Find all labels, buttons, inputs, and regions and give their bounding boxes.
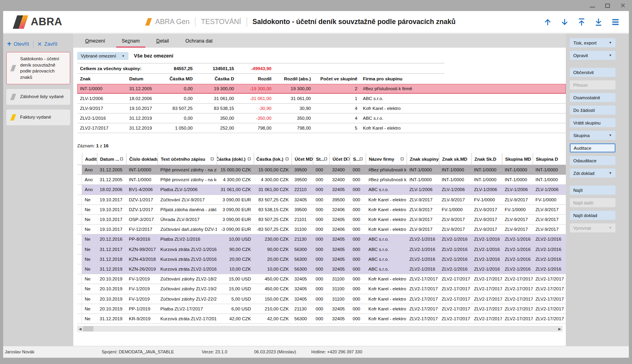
maximize-icon[interactable]: [605, 4, 610, 8]
filter-checkbox-icon[interactable]: [211, 158, 214, 160]
journal-row[interactable]: Ne20.10.2019PP-1/2019Platba ZLV2-17/2017…: [77, 304, 566, 314]
close-tab-button[interactable]: ✕ Zavřít: [37, 41, 58, 47]
column-header-9[interactable]: S...: [350, 153, 366, 165]
nav-card-0[interactable]: Saldokonto - účetní deník souvztažně pod…: [6, 52, 70, 84]
filter-checkbox-icon[interactable]: [347, 158, 349, 160]
cell: INT-1/0000: [471, 175, 502, 184]
group-row[interactable]: ZLV-9/201719.10.201783 507,2583 538,15-3…: [77, 104, 566, 113]
status-item-1: Spojení: DEMODATA_JAVA_STABLE: [102, 349, 174, 354]
column-header-7[interactable]: Firma pro skupinu: [360, 74, 444, 84]
group-row[interactable]: ZLV-1/200618.02.20060,0031 061,00-31 061…: [77, 94, 566, 104]
minimize-icon[interactable]: [590, 4, 595, 7]
skupina-button[interactable]: Skupina▼: [570, 131, 615, 140]
filter-checkbox-icon[interactable]: [286, 158, 288, 160]
journal-row[interactable]: Ne20.10.2019FV-1/2019Zúčtování zálohy ZL…: [77, 274, 566, 284]
arrow-to-top-icon[interactable]: [577, 17, 586, 27]
filter-checkbox-icon[interactable]: [360, 158, 362, 160]
journal-row[interactable]: Ne31.12.2018KZN-43/2018Kurzová ztráta ZL…: [77, 254, 566, 264]
zdr-doklad-button[interactable]: Zdr.doklad▼: [570, 169, 615, 178]
scroll-right-icon[interactable]: ▶: [557, 326, 563, 332]
column-header-12[interactable]: Znak sk.MD: [439, 153, 471, 165]
column-header-8[interactable]: Účet D: [329, 153, 350, 165]
menu-icon[interactable]: [611, 17, 620, 27]
scroll-left-icon[interactable]: ◀: [77, 326, 83, 332]
najit-doklad-button[interactable]: Najít doklad: [570, 211, 615, 220]
horizontal-scrollbar[interactable]: ◀ ▶: [77, 326, 563, 332]
najit-button[interactable]: Najít: [570, 186, 615, 195]
close-icon[interactable]: ✕: [620, 2, 626, 9]
column-header-3[interactable]: Text účetního zápisu: [158, 153, 217, 165]
column-header-1[interactable]: Datum ...: [97, 153, 126, 165]
journal-row[interactable]: Ne20.12.2016PP-8/2016Platba ZLV2-1/20161…: [77, 234, 566, 244]
column-header-6[interactable]: Počet ve skupině: [314, 74, 360, 84]
journal-row[interactable]: Ne19.10.2017OSP-3/2017Úhrada ZLV-9/20173…: [77, 215, 566, 225]
filter-checkbox-icon[interactable]: [324, 158, 327, 160]
column-header-15[interactable]: Skupina D: [533, 153, 566, 165]
cell: -30,90: [237, 104, 274, 113]
scrollbar-thumb[interactable]: [83, 326, 93, 331]
tisk-export-button[interactable]: Tisk, export▼: [570, 38, 615, 47]
column-header-10[interactable]: Název firmy: [366, 153, 407, 165]
row-marker: [77, 254, 82, 264]
cell: Přijatá záloha daněná - základ: [158, 205, 217, 214]
cell: ZLV2-17/2017: [439, 304, 471, 314]
journal-row[interactable]: Ne19.10.2017FV-12/2017Zúčtování daň.zálo…: [77, 225, 566, 234]
filter-checkbox-icon[interactable]: [248, 158, 251, 160]
journal-row[interactable]: Ne20.10.2019FV-1/2019Zúčtování zálohy ZL…: [77, 294, 566, 304]
cell: Ne: [82, 225, 97, 234]
cell: -19 300,00: [237, 84, 274, 93]
arrow-to-bottom-icon[interactable]: [594, 17, 603, 27]
cell: 000: [350, 225, 366, 234]
tab-omezen-[interactable]: Omezení: [80, 35, 111, 48]
cell: FV-1/0000: [439, 205, 471, 214]
auditace-button[interactable]: Auditace: [570, 143, 615, 152]
journal-row[interactable]: Ne20.10.2019FV-1/2019Zúčtování zálohy ZL…: [77, 284, 566, 294]
journal-row[interactable]: Ano31.12.2005INT-1/0000Přijté provozní z…: [77, 165, 566, 175]
arrow-up-icon[interactable]: [543, 17, 552, 27]
group-row[interactable]: ZLV2-17/201731.12.20191 050,00252,00798,…: [77, 123, 566, 133]
arrow-down-icon[interactable]: [560, 17, 569, 27]
tab-ochrana-dat[interactable]: Ochrana dat: [180, 35, 218, 48]
column-header-13[interactable]: Znak Sk.D: [471, 153, 502, 165]
column-header-5[interactable]: Rozdíl (abs.): [274, 74, 314, 84]
group-row[interactable]: INT-1/000031.12.20050,0019 300,00-19 300…: [77, 84, 566, 94]
group-row[interactable]: ZLV2-1/201631.12.20190,00350,00-350,0035…: [77, 113, 566, 123]
cell: 56300: [292, 254, 313, 264]
cell: 20.10.2019: [97, 274, 126, 284]
column-header-11[interactable]: Znak skupiny: [407, 153, 439, 165]
vratit-skupinu-button[interactable]: Vrátit skupinu: [570, 118, 615, 127]
open-button[interactable]: + Otevřít: [7, 40, 29, 48]
column-header-14[interactable]: Skupina MD: [502, 153, 533, 165]
column-header-4[interactable]: Částka (dokl.): [217, 153, 254, 165]
column-header-3[interactable]: Částka D: [195, 74, 237, 84]
column-header-4[interactable]: Rozdíl: [237, 74, 274, 84]
nav-card-2[interactable]: Faktury vydané: [6, 110, 70, 125]
journal-row[interactable]: Ne31.12.2019KR-9/2019Kurzová ztráta ZLV2…: [77, 314, 566, 324]
tab-seznam[interactable]: Seznam: [116, 35, 145, 48]
restriction-dropdown[interactable]: Vybrané omezení ▼: [77, 52, 128, 60]
column-header-2[interactable]: Částka MD: [158, 74, 195, 84]
filter-checkbox-icon[interactable]: [120, 158, 123, 160]
najit-doklad-button-label: Najít doklad: [573, 213, 597, 218]
do-zadosti-button[interactable]: Do žádostí: [570, 106, 615, 115]
osamostatnit-button[interactable]: Osamostatnit: [570, 93, 615, 102]
column-header-5[interactable]: Částka (lok.): [254, 153, 292, 165]
column-header-7[interactable]: St...: [313, 153, 329, 165]
column-header-6[interactable]: Účet MD: [292, 153, 313, 165]
nav-card-1[interactable]: Zálohové listy vydané: [6, 89, 70, 105]
filter-checkbox-icon[interactable]: [401, 158, 403, 160]
column-header-2[interactable]: Číslo dokladu: [126, 153, 158, 165]
journal-row[interactable]: Ano31.12.2005INT-1/0000Přijté provozní z…: [77, 175, 566, 185]
tab-detail[interactable]: Detail: [151, 35, 175, 48]
column-header-0[interactable]: Audit: [82, 153, 97, 165]
column-header-0[interactable]: Znak: [77, 74, 126, 84]
journal-row[interactable]: Ne19.10.2017DZV-1/2017Přijatá záloha dan…: [77, 205, 566, 215]
journal-row[interactable]: Ne31.12.2017KZN-99/2017Kurzová ztráta ZL…: [77, 245, 566, 254]
opravit-button[interactable]: Opravit▼: [570, 51, 615, 60]
column-header-1[interactable]: Datum: [126, 74, 158, 84]
journal-row[interactable]: Ne31.12.2019KZN-26/2019Kurzová ztráta ZL…: [77, 264, 566, 274]
odauditace-button[interactable]: Odauditace: [570, 156, 615, 165]
journal-row[interactable]: Ne19.10.2017DZV-1/2017Zúčtování ZLV-9/20…: [77, 195, 566, 205]
journal-row[interactable]: Ano18.02.2006BV1-4/2006Platba ZLV-1/2006…: [77, 185, 566, 195]
obcerstvit-button[interactable]: Občerstvit: [570, 68, 615, 77]
